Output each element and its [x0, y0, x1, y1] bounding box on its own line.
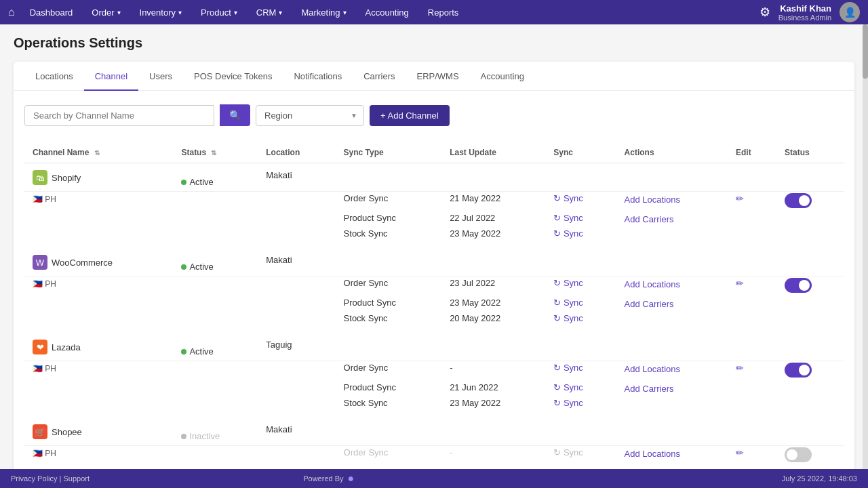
sync-button[interactable]: ↻ Sync [553, 193, 608, 203]
edit-icon[interactable]: ✏ [736, 363, 744, 373]
sync-button[interactable]: ↻ Sync [553, 298, 608, 308]
status-cell: Active [173, 248, 258, 277]
scrollbar[interactable] [863, 24, 868, 469]
nav-crm[interactable]: CRM ▾ [247, 0, 292, 24]
col-actions: Actions [616, 142, 728, 163]
nav-reports[interactable]: Reports [418, 0, 469, 24]
sync-type: Order Sync [336, 277, 442, 297]
nav-order[interactable]: Order ▾ [82, 0, 130, 24]
channel-name-cell: W WooCommerce [24, 248, 173, 277]
status-label: Active [189, 177, 213, 187]
col-toggle-status: Status [776, 142, 844, 163]
last-update: 21 May 2022 [441, 192, 545, 212]
status-label: Active [189, 262, 213, 272]
sync-button[interactable]: ↻ Sync [553, 228, 608, 239]
sync-button[interactable]: ↻ Sync [553, 398, 608, 408]
status-value: Active [181, 170, 250, 187]
status-dot [181, 434, 186, 439]
user-info: Kashif Khan Business Admin [778, 3, 831, 22]
sync-type: Stock Sync [336, 312, 442, 325]
sync-button[interactable]: ↻ Sync [553, 278, 608, 288]
table-row: 🇵🇭 PHOrder Sync-↻ SyncAdd Locations✏ [24, 361, 844, 382]
action-link[interactable]: Add Locations [625, 193, 719, 206]
action-link[interactable]: Add Locations [625, 363, 719, 375]
channel-flag: 🇵🇭 PH [33, 449, 165, 458]
search-input[interactable] [24, 105, 214, 126]
sync-button[interactable]: ↻ Sync [553, 382, 608, 392]
table-row: Product Sync23 May 2022↻ SyncAdd Carrier… [24, 296, 844, 312]
table-row: 🛒 Shopee Inactive Makati [24, 418, 844, 446]
sync-type: Stock Sync [336, 227, 442, 240]
order-chevron-icon: ▾ [117, 9, 121, 16]
location-cell: Makati [258, 248, 335, 277]
gear-icon[interactable]: ⚙ [760, 5, 770, 20]
status-toggle[interactable] [785, 363, 812, 378]
table-row: 🇵🇭 PHOrder Sync-↻ SyncAdd Locations✏ [24, 446, 844, 466]
sync-button[interactable]: ↻ Sync [553, 213, 608, 223]
channel-name-cell: 🛒 Shopee [24, 418, 173, 446]
table-row: Stock Sync23 May 2022↻ Sync [24, 396, 844, 409]
status-cell: Active [173, 333, 258, 361]
tab-locations[interactable]: Locations [24, 62, 84, 91]
edit-icon[interactable]: ✏ [736, 278, 744, 289]
col-sync-type: Sync Type [336, 142, 442, 163]
sync-button[interactable]: ↻ Sync [553, 363, 608, 373]
tab-notifications[interactable]: Notifications [283, 62, 353, 91]
status-toggle[interactable] [785, 193, 812, 208]
nav-dashboard[interactable]: Dashboard [20, 0, 83, 24]
nav-product[interactable]: Product ▾ [191, 0, 247, 24]
edit-icon[interactable]: ✏ [736, 447, 744, 458]
channel-flag: 🇵🇭 PH [33, 364, 165, 373]
nav-accounting[interactable]: Accounting [356, 0, 418, 24]
action-link[interactable]: Add Locations [625, 278, 719, 291]
marketing-chevron-icon: ▾ [343, 9, 347, 16]
action-link[interactable]: Add Locations [625, 447, 719, 460]
last-update: - [441, 361, 545, 382]
last-update: 23 May 2022 [441, 396, 545, 409]
action-link[interactable]: Add Carriers [625, 298, 719, 310]
tab-carriers[interactable]: Carriers [353, 62, 406, 91]
tab-erp-wms[interactable]: ERP/WMS [406, 62, 469, 91]
nav-marketing[interactable]: Marketing ▾ [292, 0, 355, 24]
search-button[interactable]: 🔍 [220, 104, 250, 126]
last-update: 20 May 2022 [441, 312, 545, 325]
table-row: Stock Sync23 May 2022↻ Sync [24, 227, 844, 240]
channel-icon: 🛒 [33, 424, 47, 439]
nav-inventory[interactable]: Inventory ▾ [130, 0, 191, 24]
support-link[interactable]: Support [63, 474, 90, 483]
region-select-wrapper: Region [256, 105, 364, 126]
col-edit: Edit [728, 142, 776, 163]
col-sync: Sync [545, 142, 616, 163]
status-dot [181, 349, 186, 354]
status-dot [181, 180, 186, 185]
channel-name-label: WooCommerce [52, 258, 113, 268]
last-update: 23 Jul 2022 [441, 277, 545, 297]
main-content: Operations Settings Locations Channel Us… [0, 24, 868, 488]
status-toggle[interactable] [785, 447, 812, 462]
scrollbar-thumb[interactable] [863, 24, 868, 79]
sync-type: Order Sync [336, 446, 442, 466]
status-toggle[interactable] [785, 278, 812, 293]
tab-accounting[interactable]: Accounting [470, 62, 535, 91]
privacy-policy-link[interactable]: Privacy Policy [11, 474, 57, 483]
home-icon[interactable]: ⌂ [8, 6, 15, 18]
sync-button[interactable]: ↻ Sync [553, 313, 608, 323]
action-link[interactable]: Add Carriers [625, 213, 719, 226]
sync-type: Product Sync [336, 381, 442, 396]
table-row: 🛍 Shopify Active Makati [24, 163, 844, 192]
channel-name: 🛒 Shopee [33, 424, 165, 439]
tab-channel[interactable]: Channel [84, 62, 138, 91]
page-title: Operations Settings [14, 35, 854, 51]
add-channel-button[interactable]: + Add Channel [370, 105, 450, 126]
tab-pos-device-tokens[interactable]: POS Device Tokens [183, 62, 283, 91]
crm-chevron-icon: ▾ [279, 9, 282, 16]
footer-powered-by: Powered By ● [303, 472, 354, 485]
navbar: ⌂ Dashboard Order ▾ Inventory ▾ Product … [0, 0, 868, 24]
avatar[interactable]: 👤 [840, 2, 860, 22]
footer: Privacy Policy | Support Powered By ● Ju… [0, 469, 868, 488]
channel-name-cell: ❤ Lazada [24, 333, 173, 361]
edit-icon[interactable]: ✏ [736, 193, 744, 204]
region-select[interactable]: Region [256, 105, 364, 126]
tab-users[interactable]: Users [138, 62, 183, 91]
action-link[interactable]: Add Carriers [625, 382, 719, 395]
